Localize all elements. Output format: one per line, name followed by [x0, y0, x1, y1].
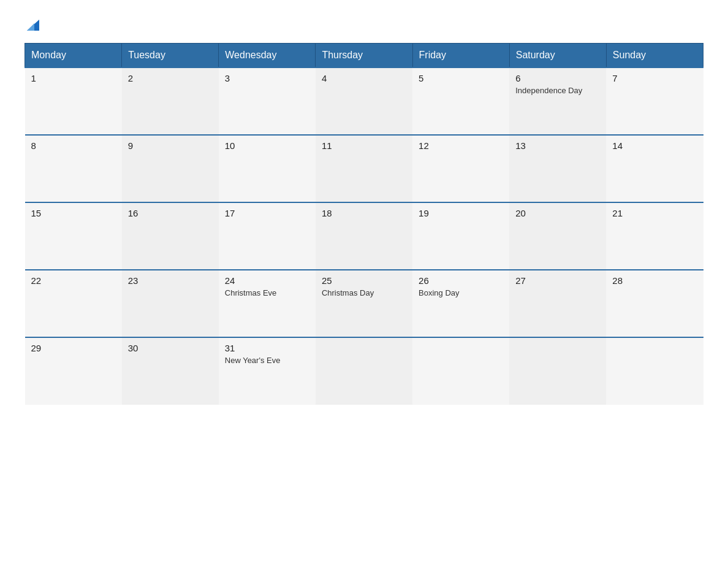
- day-number: 5: [419, 73, 503, 83]
- calendar-cell: 7: [606, 67, 703, 135]
- day-number: 20: [515, 208, 600, 218]
- day-number: 19: [419, 208, 503, 218]
- calendar-cell: 22: [25, 270, 122, 337]
- page-header: [25, 18, 703, 31]
- calendar-cell: 28: [606, 270, 703, 337]
- calendar-cell: 26Boxing Day: [412, 270, 509, 337]
- calendar-cell: 3: [219, 67, 316, 135]
- day-number: 22: [31, 275, 116, 286]
- calendar-cell: 4: [316, 67, 412, 135]
- day-number: 17: [225, 208, 309, 218]
- calendar-header-thursday: Thursday: [316, 44, 412, 68]
- day-number: 9: [128, 140, 213, 151]
- calendar-cell: 16: [122, 202, 219, 270]
- holiday-name: Independence Day: [515, 86, 600, 95]
- calendar-cell: 24Christmas Eve: [219, 270, 316, 337]
- day-number: 13: [515, 140, 600, 151]
- day-number: 6: [515, 73, 600, 83]
- holiday-name: Christmas Day: [322, 288, 406, 297]
- calendar-cell: 11: [316, 135, 412, 202]
- day-number: 14: [612, 140, 697, 151]
- day-number: 8: [31, 140, 116, 151]
- calendar-cell: [316, 337, 412, 405]
- day-number: 11: [322, 140, 406, 151]
- logo-icon: [26, 18, 39, 32]
- calendar-cell: [509, 337, 606, 405]
- day-number: 4: [322, 73, 406, 83]
- calendar-cell: 5: [412, 67, 509, 135]
- calendar-week-3: 15161718192021: [25, 202, 703, 270]
- calendar-cell: 8: [25, 135, 122, 202]
- calendar-cell: 19: [412, 202, 509, 270]
- day-number: 24: [225, 275, 309, 286]
- calendar-header-tuesday: Tuesday: [122, 44, 219, 68]
- calendar-header-sunday: Sunday: [606, 44, 703, 68]
- holiday-name: New Year's Eve: [225, 356, 309, 365]
- day-number: 23: [128, 275, 213, 286]
- day-number: 29: [31, 343, 116, 353]
- day-number: 1: [31, 73, 116, 83]
- calendar-cell: 20: [509, 202, 606, 270]
- calendar-cell: 23: [122, 270, 219, 337]
- calendar-cell: 27: [509, 270, 606, 337]
- calendar-cell: 18: [316, 202, 412, 270]
- day-number: 12: [419, 140, 503, 151]
- calendar-cell: 29: [25, 337, 122, 405]
- calendar-cell: 6Independence Day: [509, 67, 606, 135]
- calendar-cell: 15: [25, 202, 122, 270]
- calendar-header-row: MondayTuesdayWednesdayThursdayFridaySatu…: [25, 44, 703, 68]
- day-number: 3: [225, 73, 309, 83]
- holiday-name: Christmas Eve: [225, 288, 309, 297]
- calendar-cell: 25Christmas Day: [316, 270, 412, 337]
- calendar-cell: 9: [122, 135, 219, 202]
- calendar-cell: 2: [122, 67, 219, 135]
- calendar-week-2: 891011121314: [25, 135, 703, 202]
- day-number: 10: [225, 140, 309, 151]
- calendar-table: MondayTuesdayWednesdayThursdayFridaySatu…: [25, 43, 703, 405]
- calendar-cell: [606, 337, 703, 405]
- calendar-cell: 1: [25, 67, 122, 135]
- day-number: 28: [612, 275, 697, 286]
- day-number: 18: [322, 208, 406, 218]
- day-number: 30: [128, 343, 213, 353]
- logo: [25, 18, 39, 31]
- calendar-week-1: 123456Independence Day7: [25, 67, 703, 135]
- calendar-cell: 14: [606, 135, 703, 202]
- svg-marker-1: [27, 23, 34, 31]
- calendar-cell: 30: [122, 337, 219, 405]
- day-number: 2: [128, 73, 213, 83]
- day-number: 16: [128, 208, 213, 218]
- day-number: 27: [515, 275, 600, 286]
- day-number: 15: [31, 208, 116, 218]
- day-number: 21: [612, 208, 697, 218]
- calendar-cell: 31New Year's Eve: [219, 337, 316, 405]
- calendar-cell: 21: [606, 202, 703, 270]
- calendar-week-4: 222324Christmas Eve25Christmas Day26Boxi…: [25, 270, 703, 337]
- calendar-cell: 12: [412, 135, 509, 202]
- calendar-cell: 17: [219, 202, 316, 270]
- calendar-header-wednesday: Wednesday: [219, 44, 316, 68]
- calendar-cell: [412, 337, 509, 405]
- calendar-week-5: 293031New Year's Eve: [25, 337, 703, 405]
- calendar-header-monday: Monday: [25, 44, 122, 68]
- day-number: 31: [225, 343, 309, 353]
- day-number: 25: [322, 275, 406, 286]
- holiday-name: Boxing Day: [419, 288, 503, 297]
- day-number: 7: [612, 73, 697, 83]
- calendar-cell: 13: [509, 135, 606, 202]
- day-number: 26: [419, 275, 503, 286]
- calendar-header-saturday: Saturday: [509, 44, 606, 68]
- calendar-cell: 10: [219, 135, 316, 202]
- calendar-header-friday: Friday: [412, 44, 509, 68]
